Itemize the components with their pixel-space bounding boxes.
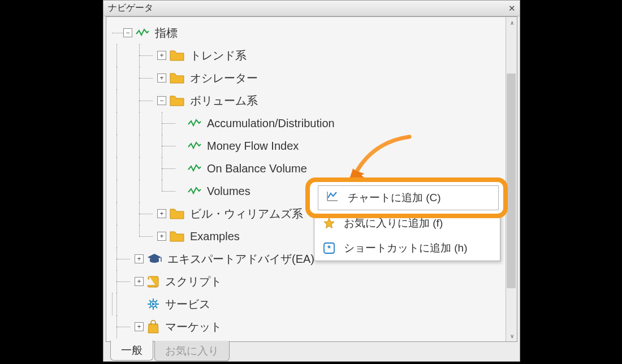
indicator-icon (188, 119, 201, 128)
gear-icon (147, 298, 159, 310)
scroll-up-icon[interactable]: ∧ (506, 17, 517, 28)
tab-bar: 一般 お気に入り (103, 342, 520, 361)
star-icon (322, 216, 336, 230)
scroll-down-icon[interactable]: ∨ (506, 330, 517, 341)
indicator-icon (188, 141, 201, 150)
tree-leaf-accumulation[interactable]: Accumulation/Distribution (106, 112, 517, 135)
indicator-icon (188, 164, 201, 173)
indicator-icon (136, 28, 149, 37)
tree-node-trend[interactable]: + トレンド系 (106, 44, 517, 67)
tab-general[interactable]: 一般 (110, 340, 153, 361)
indicator-icon (188, 187, 201, 196)
tree-leaf-obv[interactable]: On Balance Volume (106, 157, 517, 180)
highlight-annotation: チャートに追加 (C) (305, 177, 508, 218)
panel-title: ナビゲータ (108, 2, 506, 14)
scroll-thumb[interactable] (507, 73, 516, 288)
expander-icon[interactable]: + (157, 232, 166, 241)
title-bar: ナビゲータ ✕ (103, 1, 520, 16)
tree-node-volume[interactable]: − ボリューム系 (106, 89, 517, 112)
expander-icon[interactable]: + (135, 322, 144, 331)
menu-add-to-chart[interactable]: チャートに追加 (C) (318, 185, 499, 210)
tree-node-services[interactable]: サービス (106, 293, 517, 315)
tree-leaf-mfi[interactable]: Money Flow Index (106, 135, 517, 157)
expander-icon[interactable]: + (157, 73, 166, 83)
expander-icon[interactable]: + (135, 277, 144, 286)
tree-node-market[interactable]: + マーケット (106, 315, 517, 338)
expander-icon[interactable]: + (157, 209, 166, 218)
scroll-icon (147, 275, 159, 288)
graduation-cap-icon (147, 253, 162, 265)
menu-item-label: ショートカットに追加 (h) (344, 241, 468, 255)
expander-icon[interactable]: + (157, 51, 166, 60)
tab-favorites[interactable]: お気に入り (154, 341, 230, 361)
folder-icon (170, 95, 184, 106)
svg-marker-2 (152, 302, 156, 306)
svg-text:*: * (327, 243, 331, 253)
expander-icon[interactable]: + (135, 254, 144, 263)
menu-add-shortcut[interactable]: * ショートカットに追加 (h) (314, 236, 500, 261)
folder-icon (170, 72, 184, 84)
folder-icon (170, 231, 184, 242)
expander-icon[interactable]: − (157, 96, 166, 105)
tree-node-oscillator[interactable]: + オシレーター (106, 67, 517, 89)
close-button[interactable]: ✕ (506, 3, 517, 14)
tree-node-scripts[interactable]: + スクリプト (106, 270, 517, 293)
tree-node-indicators[interactable]: − 指標 (106, 21, 517, 44)
svg-marker-3 (324, 218, 334, 228)
asterisk-icon: * (322, 241, 336, 255)
expander-icon[interactable]: − (123, 28, 132, 37)
folder-icon (170, 50, 184, 61)
menu-item-label: チャートに追加 (C) (348, 190, 441, 205)
folder-icon (170, 208, 184, 219)
scrollbar[interactable]: ∧ ∨ (506, 17, 517, 341)
chart-line-icon (326, 190, 340, 206)
shopping-bag-icon (147, 320, 159, 333)
